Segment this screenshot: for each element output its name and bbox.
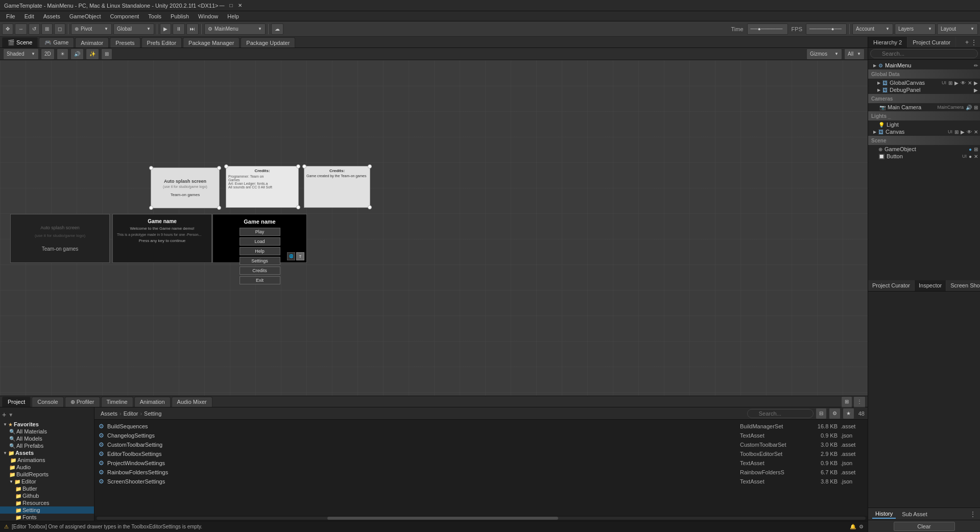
- tree-animations[interactable]: 📁 Animations: [0, 456, 94, 464]
- file-row-custom-toolbar[interactable]: ⚙ CustomToolbarSetting CustomToolbarSet …: [97, 440, 866, 449]
- tab-profiler[interactable]: ⊕ Profiler: [65, 397, 100, 407]
- tree-setting[interactable]: 📁 Setting: [0, 506, 94, 514]
- hierarchy-gameobject[interactable]: ⊕ GameObject ● ⊞: [868, 146, 980, 153]
- menu-help[interactable]: Help: [223, 12, 243, 20]
- bottom-panel-maximize[interactable]: ⊞: [841, 396, 852, 407]
- toolbar-rect-tool[interactable]: ◻: [54, 23, 65, 35]
- resize-handle-2-tr[interactable]: [296, 164, 300, 168]
- status-settings-icon[interactable]: ⚙: [859, 524, 864, 529]
- file-view-toggle-2[interactable]: ⚙: [829, 408, 841, 419]
- hierarchy-light[interactable]: 💡 Light: [868, 121, 980, 128]
- hierarchy-search-input[interactable]: [870, 49, 978, 58]
- file-favorites-btn[interactable]: ★: [843, 408, 854, 419]
- maximize-btn[interactable]: □: [227, 2, 234, 9]
- file-scrollbar-h[interactable]: [94, 516, 868, 521]
- screenshot-thumb-1[interactable]: Auto splash screen (use it for studio/ga…: [151, 167, 220, 208]
- toolbar-layout-dropdown[interactable]: Layout: [937, 23, 978, 35]
- tree-audio[interactable]: 📁 Audio: [0, 464, 94, 471]
- resize-handle-3-tl[interactable]: [302, 164, 306, 168]
- resize-handle-tr[interactable]: [217, 166, 221, 170]
- hierarchy-maincamera[interactable]: 📷 Main Camera MainCamera 🔊 ⊞: [868, 104, 980, 111]
- hierarchy-globalcanvas[interactable]: ▶ 🖼 GlobalCanvas UI ⊞ ▶ 👁 ✕ ▶: [868, 79, 980, 86]
- tab-package-manager[interactable]: Package Manager: [183, 37, 240, 47]
- tab-animator[interactable]: Animator: [75, 37, 109, 47]
- toolbar-global-dropdown[interactable]: Global: [113, 23, 154, 35]
- file-row-screen-shooter[interactable]: ⚙ ScreenShooterSettings TextAsset 3.8 KB…: [97, 477, 866, 486]
- breadcrumb-assets[interactable]: Assets: [101, 410, 117, 417]
- toolbar-move-tool[interactable]: ↔: [15, 23, 27, 35]
- menu-window[interactable]: Window: [194, 12, 222, 20]
- hierarchy-button[interactable]: 🔲 Button UI ● ✕: [868, 153, 980, 160]
- tab-game[interactable]: 🎮 Game: [39, 37, 74, 47]
- tab-package-updater[interactable]: Package Updater: [241, 37, 295, 47]
- toolbar-scene-dropdown[interactable]: ⚙ MainMenu: [204, 23, 266, 35]
- resize-handle-3-tr[interactable]: [368, 164, 372, 168]
- scene-view[interactable]: Auto splash screen (use it for studio/ga…: [0, 60, 868, 396]
- close-btn[interactable]: ✕: [236, 2, 244, 9]
- clear-button[interactable]: Clear: [894, 522, 955, 531]
- toolbar-fps-slider[interactable]: ──────●──: [806, 23, 847, 35]
- game-thumb-3[interactable]: Game name Play Load Help Settings Credit…: [212, 214, 307, 263]
- rtab-project-curator[interactable]: Project Curator: [907, 37, 956, 47]
- screenshot-thumb-3[interactable]: Credits: Game created by the Team-on gam…: [304, 166, 370, 208]
- tab-presets[interactable]: Presets: [110, 37, 140, 47]
- scene-lighting-btn[interactable]: ☀: [57, 49, 68, 60]
- minimize-btn[interactable]: —: [218, 2, 225, 9]
- file-search-input[interactable]: [747, 409, 814, 418]
- file-row-changelog[interactable]: ⚙ ChangelogSettings TextAsset 0.9 KB .js…: [97, 431, 866, 440]
- file-tree-add-btn[interactable]: +: [2, 410, 6, 419]
- hierarchy-debugpanel[interactable]: ▶ 🖼 DebugPanel ▶: [868, 86, 980, 93]
- history-tab[interactable]: History: [872, 510, 896, 519]
- resize-handle-tl[interactable]: [149, 166, 153, 170]
- tree-butler[interactable]: 📁 Butler: [0, 485, 94, 492]
- toolbar-cloud-btn[interactable]: ☁: [271, 23, 283, 35]
- tree-all-prefabs[interactable]: 🔍 All Prefabs: [0, 442, 94, 449]
- notification-icon[interactable]: 🔔: [850, 524, 856, 529]
- tree-editor[interactable]: ▼ 📁 Editor: [0, 478, 94, 485]
- tree-build-reports[interactable]: 📁 BuildReports: [0, 471, 94, 478]
- toolbar-rotate-tool[interactable]: ↺: [29, 23, 40, 35]
- toolbar-pivot-dropdown[interactable]: ⊕ Pivot: [71, 23, 112, 35]
- tab-scene[interactable]: 🎬 Scene: [2, 37, 38, 47]
- itab-inspector[interactable]: Inspector: [915, 280, 946, 291]
- history-menu-btn[interactable]: ⋮: [970, 511, 976, 518]
- game-thumb-1[interactable]: Auto splash screen (use it for studio/ga…: [10, 214, 110, 263]
- toolbar-step-btn[interactable]: ⏭: [186, 23, 199, 35]
- resize-handle-2-br[interactable]: [296, 205, 300, 209]
- scene-audio-btn[interactable]: 🔊: [70, 49, 84, 60]
- menu-gameobject[interactable]: GameObject: [65, 12, 105, 20]
- toolbar-account-dropdown[interactable]: Account: [852, 23, 893, 35]
- itab-project-curator[interactable]: Project Curator: [868, 280, 915, 291]
- file-row-editor-toolbox[interactable]: ⚙ EditorToolboxSettings ToolboxEditorSet…: [97, 449, 866, 458]
- menu-tools[interactable]: Tools: [144, 12, 165, 20]
- hierarchy-mainmenu[interactable]: ▶ ⚙ MainMenu ✏: [868, 62, 980, 69]
- file-view-toggle-1[interactable]: ⊟: [816, 408, 827, 419]
- rtab-hierarchy[interactable]: Hierarchy 2: [868, 37, 907, 47]
- toolbar-pause-btn[interactable]: ⏸: [173, 23, 185, 35]
- tab-console[interactable]: Console: [32, 397, 63, 407]
- bottom-panel-menu[interactable]: ⋮: [853, 396, 866, 407]
- hierarchy-menu-btn[interactable]: ⋮: [971, 39, 977, 46]
- tab-timeline[interactable]: Timeline: [101, 397, 133, 407]
- scene-grid-btn[interactable]: ⊞: [101, 49, 112, 60]
- resize-handle-2-tl[interactable]: [224, 164, 228, 168]
- scene-fx-btn[interactable]: ✨: [86, 49, 99, 60]
- tab-audio-mixer[interactable]: Audio Mixer: [172, 397, 212, 407]
- toolbar-layers-dropdown[interactable]: Layers: [895, 23, 936, 35]
- tree-assets-root[interactable]: ▼ 📁 Assets: [0, 449, 94, 456]
- menu-publish[interactable]: Publish: [166, 12, 193, 20]
- tab-animation[interactable]: Animation: [134, 397, 171, 407]
- hierarchy-canvas[interactable]: ▶ 🖼 Canvas UI ⊞ ▶ 👁 ✕: [868, 128, 980, 135]
- tree-resources[interactable]: 📁 Resources: [0, 499, 94, 506]
- file-row-build-sequences[interactable]: ⚙ BuildSequences BuildManagerSet 16.8 KB…: [97, 422, 866, 431]
- menu-component[interactable]: Component: [106, 12, 143, 20]
- file-row-project-window[interactable]: ⚙ ProjectWindowSettings TextAsset 0.9 KB…: [97, 458, 866, 468]
- toolbar-hand-tool[interactable]: ✥: [2, 23, 13, 35]
- game-thumb-2[interactable]: Game name Welcome to the Game name demo!…: [112, 214, 212, 263]
- file-row-rainbow-folders[interactable]: ⚙ RainbowFoldersSettings RainbowFoldersS…: [97, 468, 866, 477]
- breadcrumb-setting[interactable]: Setting: [144, 410, 161, 417]
- resize-handle-br[interactable]: [217, 206, 221, 210]
- tree-github[interactable]: 📁 Github: [0, 492, 94, 499]
- itab-screen-shooter[interactable]: Screen Shooter: [946, 280, 980, 291]
- hierarchy-add-btn[interactable]: +: [965, 39, 969, 46]
